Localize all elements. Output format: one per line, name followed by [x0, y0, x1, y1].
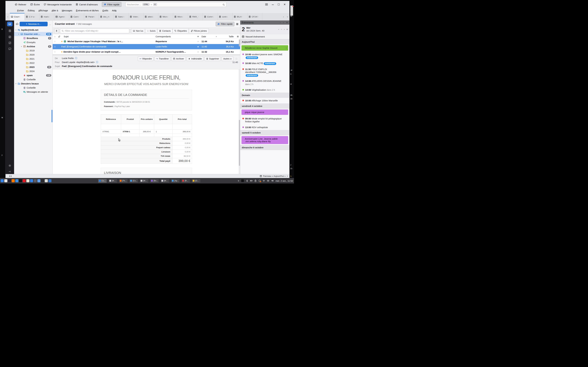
tab-micros[interactable]: Micros	[173, 13, 188, 20]
folder-corbeille[interactable]: Corbeille	[14, 86, 52, 90]
tab-agenda[interactable]: Agenda	[54, 13, 69, 20]
message-row[interactable]: ☆◆Dernière ligne droite pour réclamer un…	[53, 49, 240, 54]
to-value[interactable]: David Lepole <lep0le@tntb.net>	[62, 61, 95, 63]
column-picker-button[interactable]	[235, 35, 240, 38]
taskbar-window-button[interactable]: [Ap...	[171, 179, 180, 183]
launcher-cloud-app[interactable]	[37, 179, 40, 182]
folder-courrier-entr-[interactable]: ∨Courrier entr…636	[14, 32, 52, 36]
events-back-button[interactable]: ‹	[280, 21, 281, 24]
expand-chevron[interactable]: ∨	[18, 33, 20, 35]
list-scrollbar-thumb[interactable]	[239, 40, 240, 47]
today-pane-toggle[interactable]: Panneau « Aujourd’hui » ∨	[242, 175, 288, 177]
timed-event[interactable]: 11:30 POLE EMPLOI identifiant:7295048A__…	[240, 66, 289, 78]
folder-brouillons[interactable]: Brouillons3	[14, 36, 52, 40]
quick-filter-bar-toggle[interactable]: Filtre rapide	[216, 22, 234, 26]
battery-icon[interactable]	[250, 180, 252, 182]
folder-2020[interactable]: 2020	[14, 53, 52, 57]
folder-2023[interactable]: 202315	[14, 65, 52, 69]
folder-pane-options-button[interactable]: …	[49, 23, 51, 25]
folder-envoy-s[interactable]: Envoyés	[14, 40, 52, 44]
folder-spam[interactable]: spam126	[14, 73, 52, 77]
junk-cell[interactable]	[196, 40, 200, 43]
today-button[interactable]: ○	[281, 28, 282, 30]
tab-sans-tit[interactable]: Sans tit	[114, 13, 129, 20]
message-scrollbar-thumb[interactable]	[239, 120, 240, 166]
correspondents-column-header[interactable]: Correspondants	[156, 35, 196, 38]
filter--tiquettes[interactable]: Étiquettes	[173, 29, 189, 33]
action-répondre[interactable]: ↩Répondre	[138, 56, 153, 61]
tab-cf2409[interactable]: CF2409	[247, 13, 262, 20]
action-supprimer[interactable]: Supprimer	[204, 56, 221, 61]
global-search-input[interactable]: Rechercher… CTRL + K	[125, 2, 226, 7]
tab-param-[interactable]: Paramè	[84, 13, 99, 20]
folder-2021[interactable]: 2021	[14, 57, 52, 61]
filter-contacts[interactable]: Contacts	[157, 29, 173, 33]
tab-marion[interactable]: marion	[40, 13, 54, 20]
star-column-header[interactable]: ☆	[53, 35, 57, 38]
cloud-download-icon[interactable]	[16, 23, 18, 25]
taskbar-window-button[interactable]: [Co...	[129, 179, 138, 183]
action-autres[interactable]: Autres ∨	[222, 56, 233, 61]
menu--v-nements-et-t-ches[interactable]: Évènements et tâches	[74, 9, 100, 12]
taskbar-window-button[interactable]: Co...	[98, 179, 107, 183]
menu-aller-[interactable]: Aller à	[50, 9, 60, 12]
events-close-button[interactable]: ✕	[286, 21, 288, 24]
space-chat-button[interactable]	[9, 47, 11, 50]
tab-rmx_h[interactable]: RMX_h	[188, 13, 203, 20]
space-mail-button[interactable]	[7, 22, 13, 26]
space-address-book-button[interactable]	[9, 29, 11, 32]
expand-chevron[interactable]: ∨	[15, 83, 17, 84]
launcher-chat-app[interactable]	[30, 179, 33, 182]
from-value[interactable]: Lucie Ferlin	[62, 57, 74, 59]
maximize-button[interactable]	[278, 3, 280, 5]
message-row[interactable]: ☆◆Michel Barnier zappe l'écologie / Paul…	[53, 39, 240, 44]
junk-cell[interactable]	[196, 51, 200, 53]
address-book-button[interactable]: Carnet d’adresses	[76, 3, 98, 6]
folder-2022[interactable]: 2022	[14, 61, 52, 65]
star-icon[interactable]: ☆	[53, 40, 57, 43]
allday-event[interactable]: Résidence Anne-Sophie Doucet↕	[242, 45, 288, 51]
tab-courrie[interactable]: Courrie	[10, 13, 25, 20]
display-options-icon[interactable]	[236, 23, 239, 25]
events-forward-button[interactable]: ›	[283, 21, 284, 24]
menu-outils[interactable]: Outils	[101, 9, 110, 12]
junk-cell[interactable]	[196, 45, 200, 48]
app-menu-button[interactable]	[265, 3, 268, 6]
timed-event[interactable]: 10:00 Affichage 100ex Marseille	[240, 98, 289, 104]
tab-c-v-ani[interactable]: C.V ani	[25, 13, 40, 20]
tab-attesta[interactable]: attesta	[144, 13, 158, 20]
get-messages-button[interactable]: Relever	[15, 3, 26, 6]
tab-contrat[interactable]: contrat	[218, 13, 233, 20]
allday-event[interactable]: Anniversaire Line. Jeanne.adele .vivi.se…	[242, 136, 288, 144]
folder-2024[interactable]: 2024	[14, 69, 52, 73]
launcher-terminal[interactable]	[8, 179, 11, 182]
nvidia-icon[interactable]	[267, 180, 269, 182]
menu--dition[interactable]: Édition	[26, 9, 36, 12]
expand-chevron[interactable]: ∨	[15, 29, 17, 31]
menu-affichage[interactable]: Affichage	[37, 9, 50, 12]
timed-event[interactable]: 10:00 soutient jeanne avec SIMONEmainten…	[240, 51, 289, 60]
message-row[interactable]: ☆Fwd: [Energyson] Confirmation de comman…	[53, 44, 240, 49]
tab-comma[interactable]: Comma	[203, 13, 218, 20]
wifi-icon[interactable]	[263, 180, 265, 182]
minimize-button[interactable]	[272, 5, 274, 5]
tab-micros[interactable]: Micros	[158, 13, 173, 20]
folder-lep0le-tntb-net[interactable]: ∨lep0le@tntb.net	[14, 28, 52, 32]
next-day-button[interactable]: ›	[284, 28, 285, 30]
launcher-store[interactable]	[48, 179, 52, 182]
junk-column-header[interactable]	[196, 35, 200, 37]
prev-day-button[interactable]: ‹	[278, 28, 279, 30]
taskbar-window-button[interactable]: [Fir...	[119, 179, 128, 183]
folder-2019[interactable]: 2019	[14, 49, 52, 53]
launcher-close-app[interactable]	[19, 179, 22, 182]
launcher-docs[interactable]	[45, 179, 48, 182]
bluetooth-icon[interactable]	[246, 180, 248, 182]
contact-info-icon[interactable]: ⓘ	[96, 61, 98, 64]
expand-chevron[interactable]: ∨	[20, 46, 22, 47]
spaces-settings-button[interactable]	[9, 164, 11, 167]
launcher-mail-app[interactable]	[26, 179, 29, 182]
subject-column-header[interactable]: Sujet	[61, 35, 156, 38]
action-transférer[interactable]: ↪Transférer	[154, 56, 170, 61]
shield-icon[interactable]	[259, 180, 261, 182]
sticky-filter-button[interactable]	[54, 29, 59, 33]
